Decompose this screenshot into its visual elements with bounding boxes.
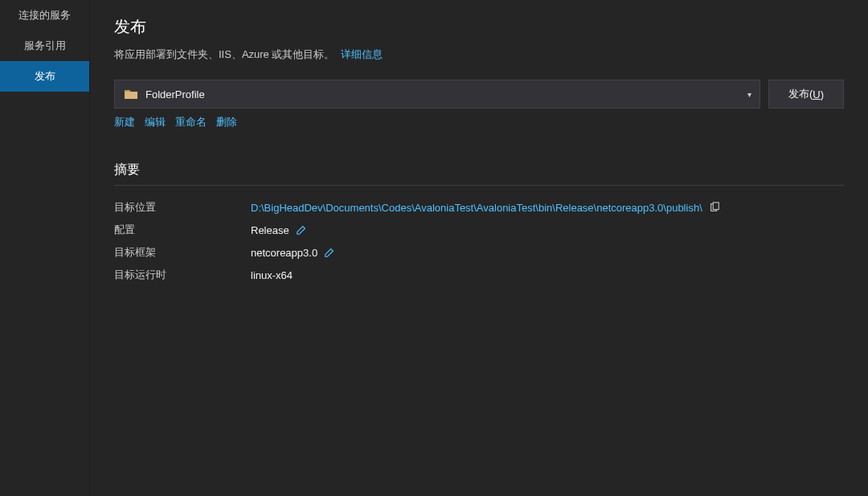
page-subtitle-text: 将应用部署到文件夹、IIS、Azure 或其他目标。 [114, 48, 334, 60]
chevron-down-icon: ▾ [747, 90, 751, 99]
profile-name: FolderProfile [145, 88, 205, 100]
new-profile-link[interactable]: 新建 [114, 115, 135, 129]
publish-button-label-suffix: ) [821, 88, 824, 100]
summary-row-target-location: 目标位置 D:\BigHeadDev\Documents\Codes\Avalo… [114, 200, 844, 215]
profile-row: FolderProfile ▾ 发布(U) [114, 80, 844, 109]
summary-label-target-framework: 目标框架 [114, 245, 251, 260]
folder-icon [125, 89, 137, 99]
sidebar-item-connected-services[interactable]: 连接的服务 [0, 0, 89, 31]
page-subtitle: 将应用部署到文件夹、IIS、Azure 或其他目标。 详细信息 [114, 47, 844, 62]
summary-label-target-location: 目标位置 [114, 200, 251, 215]
summary-value-target-location[interactable]: D:\BigHeadDev\Documents\Codes\AvaloniaTe… [251, 202, 720, 214]
target-framework-value: netcoreapp3.0 [251, 247, 317, 259]
target-location-path: D:\BigHeadDev\Documents\Codes\AvaloniaTe… [251, 202, 702, 214]
delete-profile-link[interactable]: 删除 [216, 115, 237, 129]
profile-dropdown[interactable]: FolderProfile ▾ [114, 80, 760, 109]
page-title: 发布 [114, 16, 844, 38]
edit-profile-link[interactable]: 编辑 [145, 115, 166, 129]
publish-button-label-prefix: 发布( [788, 87, 813, 101]
publish-button-hotkey: U [813, 88, 820, 100]
summary-value-target-framework: netcoreapp3.0 [251, 247, 335, 259]
edit-configuration-icon[interactable] [296, 224, 307, 236]
configuration-value: Release [251, 224, 289, 236]
svg-rect-1 [713, 203, 719, 210]
summary-title: 摘要 [114, 162, 844, 178]
target-runtime-value: linux-x64 [251, 269, 293, 281]
profile-actions: 新建 编辑 重命名 删除 [114, 115, 844, 129]
rename-profile-link[interactable]: 重命名 [175, 115, 207, 129]
summary-row-target-framework: 目标框架 netcoreapp3.0 [114, 245, 844, 260]
main-panel: 发布 将应用部署到文件夹、IIS、Azure 或其他目标。 详细信息 Folde… [90, 0, 868, 496]
sidebar: 连接的服务 服务引用 发布 [0, 0, 90, 496]
summary-value-target-runtime: linux-x64 [251, 269, 293, 281]
edit-framework-icon[interactable] [324, 247, 335, 258]
summary-divider [114, 185, 844, 186]
copy-icon[interactable] [709, 202, 720, 213]
summary-label-target-runtime: 目标运行时 [114, 268, 251, 282]
publish-button[interactable]: 发布(U) [768, 80, 844, 109]
sidebar-item-service-references[interactable]: 服务引用 [0, 31, 89, 61]
summary-value-configuration: Release [251, 224, 307, 236]
summary-table: 目标位置 D:\BigHeadDev\Documents\Codes\Avalo… [114, 200, 844, 282]
summary-label-configuration: 配置 [114, 223, 251, 237]
summary-row-configuration: 配置 Release [114, 223, 844, 237]
summary-row-target-runtime: 目标运行时 linux-x64 [114, 268, 844, 282]
more-info-link[interactable]: 详细信息 [341, 48, 383, 60]
sidebar-item-publish[interactable]: 发布 [0, 61, 89, 92]
